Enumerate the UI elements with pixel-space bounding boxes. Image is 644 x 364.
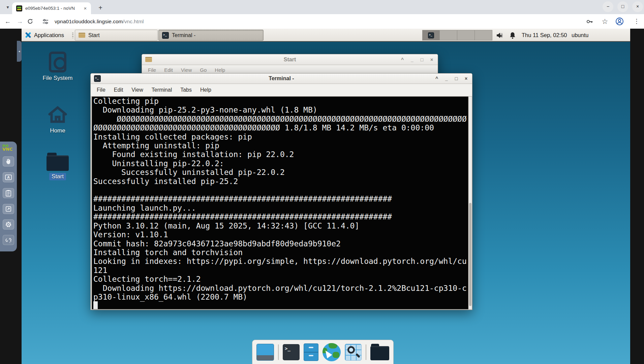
reload-icon[interactable] [27, 14, 37, 29]
terminal-icon: >_ [428, 32, 434, 38]
novnc-collapse-handle[interactable]: ◂ [17, 41, 22, 62]
menu-file[interactable]: File [97, 87, 105, 93]
xfce-top-panel: Applications Start >_ Terminal - >_ [22, 29, 630, 42]
site-info-tune-icon[interactable] [42, 14, 53, 29]
terminal-menubar: File Edit View Terminal Tabs Help [91, 84, 472, 96]
menu-edit[interactable]: Edit [114, 87, 123, 93]
dock-separator [366, 344, 366, 360]
taskbar-button-terminal[interactable]: >_ Terminal - [158, 30, 264, 41]
dock-web-browser-icon[interactable] [323, 343, 341, 361]
dock-separator [278, 344, 279, 360]
dock-file-manager-icon[interactable] [304, 343, 318, 361]
settings-gear-icon[interactable] [3, 219, 14, 230]
panel-clock[interactable]: Thu 11 Sep, 02:50 [522, 29, 567, 42]
clipboard-icon[interactable] [3, 188, 14, 198]
back-icon[interactable]: ← [3, 14, 13, 29]
novnc-logo-vnc: VNC [2, 147, 17, 151]
desktop-icon-label: Start [49, 173, 66, 180]
taskbar-terminal-label: Terminal - [172, 32, 195, 38]
terminal-cursor [93, 301, 98, 309]
minimize-button[interactable]: _ [444, 73, 449, 84]
dock-app-finder-icon[interactable] [345, 344, 362, 361]
svg-text:A: A [7, 176, 10, 179]
browser-tab[interactable]: e095eb74e053:1 - noVN × [12, 2, 91, 14]
show-desktop-icon[interactable] [256, 344, 274, 361]
screen: ▾ e095eb74e053:1 - noVN × + − □ × ← → vp… [0, 0, 644, 364]
window-minimize-button[interactable]: − [603, 1, 613, 12]
password-key-icon[interactable] [586, 14, 596, 29]
bottom-dock: >_ [252, 340, 394, 364]
close-button[interactable]: × [429, 55, 434, 65]
desktop-icon-filesystem[interactable]: File System [32, 52, 83, 82]
close-button[interactable]: × [463, 73, 469, 84]
desktop-icon-start[interactable]: Start [32, 153, 83, 180]
workspace-3[interactable] [457, 30, 475, 40]
url-bar[interactable]: vpna01clouddock.lingsie.com/vnc.html [55, 14, 144, 29]
panel-separator-grip [72, 33, 73, 38]
new-tab-button[interactable]: + [96, 3, 105, 13]
terminal-text: Collecting pip Downloading pip-25.2-py3-… [92, 97, 468, 301]
home-icon [47, 103, 68, 125]
applications-menu-icon[interactable] [24, 31, 32, 39]
terminal-scrollbar[interactable] [468, 96, 472, 309]
profile-avatar-icon[interactable] [615, 14, 625, 29]
terminal-window-title: Terminal - [91, 75, 472, 82]
panel-user[interactable]: ubuntu [572, 29, 588, 42]
tab-close-icon[interactable]: × [82, 5, 88, 11]
start-window-titlebar[interactable]: Start ^ _ □ × [142, 54, 438, 65]
workspace-2[interactable] [440, 30, 457, 40]
taskbar-button-start[interactable]: Start [75, 30, 158, 41]
notification-bell-icon[interactable] [509, 32, 516, 39]
maximize-button[interactable]: □ [419, 55, 425, 65]
window-restore-button[interactable]: □ [617, 1, 628, 12]
browser-toolbar: ← → vpna01clouddock.lingsie.com/vnc.html… [0, 14, 644, 29]
volume-muted-icon[interactable] [496, 32, 504, 39]
workspace-switcher: >_ [422, 30, 492, 40]
menu-tabs[interactable]: Tabs [180, 87, 192, 93]
terminal-output[interactable]: Collecting pip Downloading pip-25.2-py3-… [92, 96, 468, 309]
fullscreen-icon[interactable] [3, 204, 14, 214]
novnc-control-bar: no VNC A [0, 142, 17, 251]
desktop-icon-label: Home [48, 127, 67, 134]
menu-file[interactable]: File [148, 67, 156, 73]
applications-menu[interactable]: Applications [34, 29, 64, 42]
extra-keys-keyboard-icon[interactable]: A [3, 172, 14, 182]
shade-button[interactable]: ^ [400, 55, 405, 65]
folder-icon [47, 153, 69, 171]
url-path: /vnc.html [123, 19, 144, 24]
tab-list-chevron-icon[interactable]: ▾ [3, 3, 12, 11]
desktop-icon-home[interactable]: Home [32, 103, 83, 134]
menu-edit[interactable]: Edit [164, 67, 173, 73]
drag-viewport-hand-icon[interactable] [3, 156, 14, 166]
minimize-button[interactable]: _ [409, 55, 415, 65]
menu-help[interactable]: Help [215, 67, 225, 73]
maximize-button[interactable]: □ [454, 73, 459, 84]
menu-view[interactable]: View [181, 67, 192, 73]
novnc-logo: no VNC [0, 142, 17, 152]
taskbar-start-label: Start [88, 32, 100, 38]
forward-icon[interactable]: → [15, 14, 25, 29]
terminal-window[interactable]: >_ Terminal - ^ _ □ × File Edit View Ter… [90, 73, 472, 310]
disconnect-icon[interactable] [3, 235, 14, 245]
browser-tabstrip: ▾ e095eb74e053:1 - noVN × + − □ × [0, 0, 644, 14]
novnc-favicon-icon [16, 5, 22, 11]
window-close-button[interactable]: × [632, 1, 643, 12]
workspace-1[interactable]: >_ [422, 30, 440, 40]
browser-menu-kebab-icon[interactable]: ⋮ [632, 14, 642, 29]
shade-button[interactable]: ^ [434, 73, 439, 84]
bookmark-star-icon[interactable]: ☆ [600, 14, 610, 29]
terminal-icon: >_ [162, 32, 169, 39]
workspace-4[interactable] [475, 30, 492, 40]
start-window-title: Start [142, 57, 438, 63]
folder-icon [79, 33, 85, 38]
dock-terminal-icon[interactable]: >_ [283, 344, 300, 360]
menu-terminal[interactable]: Terminal [152, 87, 172, 93]
scrollbar-thumb[interactable] [469, 203, 471, 306]
menu-view[interactable]: View [131, 87, 143, 93]
terminal-titlebar[interactable]: >_ Terminal - ^ _ □ × [91, 73, 472, 84]
menu-go[interactable]: Go [200, 67, 207, 73]
drive-icon [49, 52, 66, 72]
dock-folder-icon[interactable] [370, 344, 389, 361]
tab-title: e095eb74e053:1 - noVN [25, 6, 82, 11]
menu-help[interactable]: Help [200, 87, 211, 93]
